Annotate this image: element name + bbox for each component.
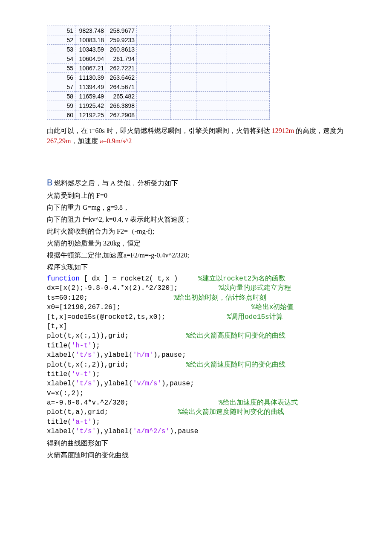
code-text: ),ylabel( [96,351,133,359]
body-text: 向下的阻力 f=kv^2, k=0.4, v 表示此时火箭速度； [47,214,349,225]
code-string: 'a/m^2/s' [133,428,170,435]
table-cell: 265.482 [106,92,137,101]
table-cell [171,35,196,45]
table-cell [196,35,227,45]
table-row: 5811659.49265.482 [47,92,270,101]
table-cell [196,45,227,54]
code-text: x0=[12190,267.26]; [47,304,251,311]
table-cell: 55 [47,64,75,73]
document-page: 519823.748258.96775210083.18259.92335310… [0,0,392,488]
table-cell: 11130.39 [75,73,106,82]
table-cell: 57 [47,82,75,92]
table-cell: 263.6462 [106,73,137,82]
acceleration-value: a=0.9m/s^2 [100,137,132,145]
code-text: title( [47,418,72,426]
code-line: xlabel('t/s'),ylabel('h/m'),pause; [47,350,349,360]
table-cell [137,82,171,92]
code-line: title('v-t'); [47,370,349,379]
code-text: plot(t,x(:,1)),grid; [47,332,186,340]
code-comment: %给出初始时刻，估计终点时刻 [174,294,267,302]
table-cell [196,73,227,82]
table-cell [227,92,270,101]
table-cell [171,82,196,92]
table-cell: 12192.25 [75,110,106,120]
table-cell [227,73,270,82]
code-text: title( [47,342,72,350]
table-cell: 60 [47,110,75,120]
table-cell [171,54,196,64]
table-cell: 262.7221 [106,64,137,73]
table-cell [171,110,196,120]
code-text: a=-9.8-0.4*v.^2/320; [47,399,219,407]
body-text: 此时火箭收到的合力为 F2=（-mg-f); [47,226,349,237]
code-text: plot(t,x(:,2)),grid; [47,361,186,369]
table-cell [227,110,270,120]
table-cell [137,26,171,35]
code-text: ts=60:120; [47,294,174,302]
table-cell [227,101,270,110]
table-row: 5210083.18259.9233 [47,35,270,45]
table-cell [171,64,196,73]
body-text: 火箭受到向上的 F=0 [47,191,349,201]
body-text: 根据牛顿第二定律,加速度a=F2/m=-g-0.4v^2/320; [47,250,349,260]
table-cell: 258.9677 [106,26,137,35]
table-cell [171,26,196,35]
code-text: xlabel( [47,380,75,387]
body-text: 程序实现如下 [47,262,349,272]
code-comment: %建立以rocket2为名的函数 [198,275,285,283]
code-text: dx=[x(2);-9.8-0.4.*x(2).^2/320]; [47,284,219,292]
code-text: [ dx ] = rocket2( t,x ) [80,275,198,283]
body-text: 火箭的初始质量为 320kg，恒定 [47,238,349,249]
text: ，加速度 [71,137,100,145]
code-string: 'v/m/s' [133,380,161,387]
section-b-heading: B 燃料燃尽之后，与 A 类似，分析受力如下 [47,176,349,189]
section-b: B 燃料燃尽之后，与 A 类似，分析受力如下 火箭受到向上的 F=0向下的重力 … [47,176,349,460]
table-cell [171,101,196,110]
code-comment: %绘出火箭高度随时间变化的曲线 [186,332,285,340]
table-cell: 11394.49 [75,82,106,92]
table-row: 5510867.21262.7221 [47,64,270,73]
height-value: 12912m [272,127,294,134]
table-row: 6012192.25267.2908 [47,110,270,120]
table-cell [137,101,171,110]
table-cell [137,64,171,73]
table-cell: 261.794 [106,54,137,64]
code-text: ),ylabel( [96,380,133,387]
body-text: 得到的曲线图形如下 [47,438,349,448]
text: 的高度，速度为 [294,127,343,134]
code-string: 't/s' [75,351,96,359]
code-text: ),ylabel( [96,428,133,435]
code-string: 'v-t' [72,370,92,378]
table-cell: 10343.59 [75,45,106,54]
table-row: 5711394.49264.5671 [47,82,270,92]
table-cell: 51 [47,26,75,35]
table-cell [227,82,270,92]
code-text: ); [92,418,100,426]
code-comment: %绘出火箭加速度随时间变化的曲线 [178,408,284,416]
code-line: plot(t,a),grid; %绘出火箭加速度随时间变化的曲线 [47,408,349,417]
code-line: [t,x] [47,322,349,331]
table-cell [196,26,227,35]
section-title: 燃料燃尽之后，与 A 类似，分析受力如下 [54,178,178,188]
table-cell: 267.2908 [106,110,137,120]
code-comment: %给出加速度的具体表达式 [219,399,298,407]
code-string: 'a-t' [72,418,92,426]
code-line: title('h-t'); [47,341,349,350]
code-text: ),pause [170,428,198,435]
section-label: B [47,176,52,189]
code-line: dx=[x(2);-9.8-0.4.*x(2).^2/320]; %以向量的形式… [47,283,349,293]
code-text: ),pause; [161,380,194,387]
code-string: 't/s' [75,428,96,435]
code-comment: %给出x初始值 [251,304,294,311]
table-cell: 53 [47,45,75,54]
code-text: [t,x] [47,323,67,330]
code-text: [t,x]=ode15s(@rocket2,ts,x0); [47,313,227,321]
table-cell: 11659.49 [75,92,106,101]
table-row: 5310343.59260.8613 [47,45,270,54]
data-table: 519823.748258.96775210083.18259.92335310… [47,26,270,120]
code-text: v=x(:,2); [47,390,84,397]
code-line: plot(t,x(:,1)),grid; %绘出火箭高度随时间变化的曲线 [47,331,349,341]
table-cell: 10867.21 [75,64,106,73]
text: 由此可以，在 t=60s 时，即火箭燃料燃尽瞬间，引擎关闭瞬间，火箭将到达 [47,127,272,134]
table-cell [171,92,196,101]
